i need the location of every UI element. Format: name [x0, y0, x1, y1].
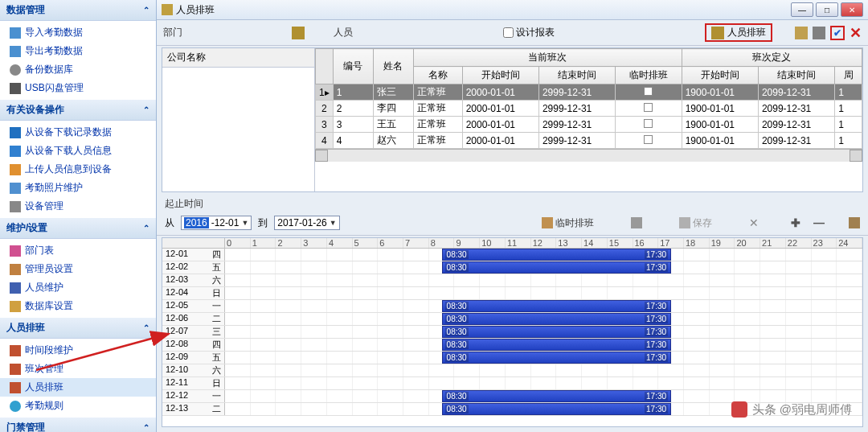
cancel-icon[interactable]: ✕ [850, 24, 862, 42]
backup-icon [10, 64, 21, 76]
close-button[interactable]: ✕ [841, 2, 863, 17]
shift-bar[interactable]: 08:3017:30 [442, 249, 671, 261]
nav-group-header[interactable]: 维护/设置⌃ [0, 218, 156, 239]
nav-item[interactable]: 从设备下载记录数据 [0, 123, 156, 142]
nav-item[interactable]: 管理员设置 [0, 260, 156, 278]
nav-item-label: 人员维护 [25, 281, 63, 294]
scroll-right-button[interactable] [850, 150, 862, 162]
window-title-bar: 人员排班 — □ ✕ [157, 0, 868, 20]
shift-bar[interactable]: 08:3017:30 [442, 261, 671, 274]
nav-item[interactable]: 人员排班 [0, 378, 156, 397]
nav-item[interactable]: 班次管理 [0, 360, 156, 378]
dropdown-icon[interactable]: ▼ [241, 219, 248, 227]
timeline-row[interactable]: 12-07三08:3017:30 [162, 326, 862, 339]
nav-item[interactable]: 时间段维护 [0, 341, 156, 360]
zoom-in-button[interactable]: ✚ [788, 216, 804, 229]
nav-item[interactable]: 部门表 [0, 241, 156, 260]
nav-item[interactable]: 导入考勤数据 [0, 23, 156, 42]
nav-group-header[interactable]: 门禁管理⌃ [0, 418, 156, 432]
nav-item[interactable]: 导出考勤数据 [0, 42, 156, 60]
to-label: 到 [258, 216, 268, 230]
nav-item-label: 数据库设置 [25, 299, 73, 313]
nav-item[interactable]: 上传人员信息到设备 [0, 160, 156, 179]
shift-bar[interactable]: 08:3017:30 [442, 390, 671, 402]
grid-h-scrollbar[interactable] [315, 149, 862, 162]
checkbox[interactable] [644, 135, 653, 144]
toggle-icon[interactable] [631, 217, 642, 228]
timeline-row[interactable]: 12-12一08:3017:30 [162, 390, 862, 403]
nav-item[interactable]: 考勤照片维护 [0, 179, 156, 197]
table-row[interactable]: 1▸1张三正常班2000-01-012999-12-311900-01-0120… [316, 84, 862, 101]
to-date-input[interactable]: 2017-01-26 ▼ [274, 216, 339, 230]
table-row[interactable]: 22李四正常班2000-01-012999-12-311900-01-01209… [316, 101, 862, 117]
hour-label: 14 [582, 238, 608, 248]
nav-item-label: 考勤照片维护 [25, 181, 83, 195]
nav-item-label: 人员排班 [25, 381, 63, 394]
schedule-button[interactable]: 人员排班 [727, 26, 766, 39]
nav-item[interactable]: 设备管理 [0, 197, 156, 216]
shift-bar[interactable]: 08:3017:30 [442, 352, 671, 364]
timeline-row[interactable]: 12-01四08:3017:30 [162, 249, 862, 261]
rule-icon [10, 401, 21, 412]
timeline-row[interactable]: 12-05一08:3017:30 [162, 300, 862, 313]
checkbox[interactable] [644, 87, 653, 96]
nav-item[interactable]: 从设备下载人员信息 [0, 142, 156, 160]
maximize-button[interactable]: □ [816, 2, 838, 17]
design-report-checkbox[interactable]: 设计报表 [503, 26, 555, 39]
table-row[interactable]: 33王五正常班2000-01-012999-12-311900-01-01209… [316, 117, 862, 133]
timeline-row[interactable]: 12-10六 [162, 364, 862, 377]
checkbox[interactable] [644, 119, 653, 128]
dept-label: 部门 [163, 26, 182, 39]
timeline-row[interactable]: 12-03六 [162, 274, 862, 287]
nav-group-header[interactable]: 数据管理⌃ [0, 0, 156, 21]
hour-label: 22 [786, 238, 812, 248]
settings-icon[interactable] [849, 217, 860, 228]
nav-item[interactable]: USB闪盘管理 [0, 79, 156, 97]
dept-picker-icon[interactable] [292, 27, 305, 39]
shift-bar[interactable]: 08:3017:30 [442, 300, 671, 312]
from-date-input[interactable]: 2016-12-01 ▼ [181, 216, 252, 230]
timeline-row[interactable]: 12-02五08:3017:30 [162, 261, 862, 274]
scroll-left-button[interactable] [315, 150, 328, 162]
hour-label: 7 [403, 238, 429, 248]
timeline-date: 12-03六 [162, 274, 225, 286]
hour-label: 2 [276, 238, 301, 248]
nav-item[interactable]: 人员维护 [0, 278, 156, 297]
copy-icon[interactable] [795, 27, 808, 39]
timeline-row[interactable]: 12-13二08:3017:30 [162, 403, 862, 416]
dept-tree-root[interactable]: 公司名称 [162, 48, 314, 68]
timeline-date: 12-13二 [162, 403, 225, 415]
minimize-button[interactable]: — [791, 2, 813, 17]
nav-item[interactable]: 数据库设置 [0, 297, 156, 315]
shift-bar[interactable]: 08:3017:30 [442, 326, 671, 338]
temp-schedule-button[interactable]: 临时排班 [542, 216, 594, 230]
nav-item[interactable]: 备份数据库 [0, 60, 156, 79]
shift-bar[interactable]: 08:3017:30 [442, 313, 671, 325]
nav-group-header[interactable]: 有关设备操作⌃ [0, 100, 156, 121]
schedule-icon[interactable] [711, 27, 724, 39]
timeline-row[interactable]: 12-08四08:3017:30 [162, 339, 862, 352]
nav-item-label: 导入考勤数据 [25, 26, 83, 39]
hour-label: 10 [480, 238, 506, 248]
date-range-bar: 从 2016-12-01 ▼ 到 2017-01-26 ▼ 临时排班 保存 [157, 211, 868, 236]
timeline-row[interactable]: 12-09五08:3017:30 [162, 352, 862, 364]
nav-item[interactable]: 考勤规则 [0, 397, 156, 415]
shift-bar[interactable]: 08:3017:30 [442, 339, 671, 351]
dept-panel: 公司名称 [162, 48, 315, 191]
nav-group-header[interactable]: 人员排班⌃ [0, 318, 156, 339]
confirm-icon[interactable]: ✔ [830, 26, 845, 40]
timeline-row[interactable]: 12-06二08:3017:30 [162, 313, 862, 326]
delete-icon[interactable]: ✕ [749, 216, 759, 229]
save-button[interactable]: 保存 [679, 216, 712, 230]
usb-icon [10, 83, 21, 94]
shift-bar[interactable]: 08:3017:30 [442, 403, 671, 415]
download-icon [10, 127, 21, 138]
timeline-row[interactable]: 12-11日 [162, 377, 862, 390]
dropdown-icon[interactable]: ▼ [330, 219, 337, 227]
checkbox[interactable] [644, 103, 653, 112]
table-row[interactable]: 44赵六正常班2000-01-012999-12-311900-01-01209… [316, 133, 862, 149]
zoom-out-button[interactable]: — [810, 216, 828, 229]
people-icon [10, 146, 21, 157]
print-icon[interactable] [813, 27, 825, 39]
timeline-row[interactable]: 12-04日 [162, 287, 862, 300]
